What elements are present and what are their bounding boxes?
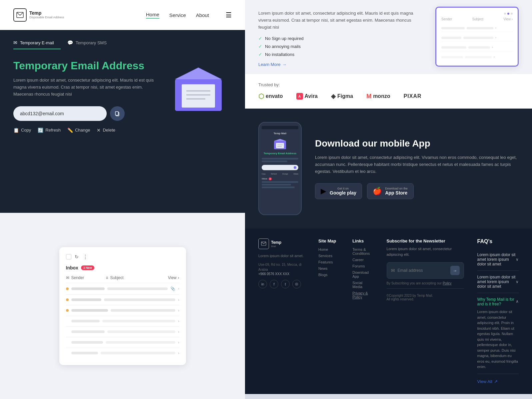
read-dot <box>66 330 69 333</box>
link-privacy[interactable]: Privacy & Policy <box>352 291 373 299</box>
link-forums[interactable]: Forums <box>352 264 373 268</box>
inbox-select-all[interactable] <box>66 254 71 259</box>
subject-bar <box>107 287 168 290</box>
table-row[interactable]: › <box>66 316 179 327</box>
table-row[interactable]: › <box>66 327 179 337</box>
phone-action-refresh: Refresh <box>271 173 277 175</box>
instagram-icon[interactable]: ◎ <box>292 280 301 288</box>
svg-rect-4 <box>182 84 215 108</box>
sitemap-services[interactable]: Services <box>318 254 339 258</box>
inbox-label: Inbox 3 New <box>66 265 94 270</box>
unread-dot <box>66 287 69 290</box>
phone-inbox-bar <box>262 187 295 188</box>
subject-bar <box>111 309 176 312</box>
sitemap-blogs[interactable]: Blogs <box>318 273 339 277</box>
google-play-name: Google play <box>330 190 356 196</box>
hamburger-icon[interactable]: ☰ <box>226 11 232 19</box>
trusted-logos: ⬡ envato A Avira ◈ Figma M monzo PIXAR <box>258 92 519 100</box>
tab-temporary-sms[interactable]: 💬 Temporary SMS <box>67 37 113 49</box>
email-sub-icon: ✉ <box>391 268 395 273</box>
sender-bar <box>71 352 98 354</box>
inbox-title: Inbox <box>66 265 78 270</box>
app-store-button[interactable]: 🍎 Download on the App Store <box>367 183 414 199</box>
learn-more-link[interactable]: Learn More → <box>258 62 422 67</box>
email-subscribe-input[interactable] <box>398 268 448 273</box>
nav-about[interactable]: About <box>196 12 209 18</box>
inbox-rows: 📎 › › › <box>66 283 179 358</box>
card-row-4[interactable]: › <box>441 53 513 61</box>
google-play-button[interactable]: ▶ Get it on Google play <box>315 183 362 199</box>
copy-circle-button[interactable] <box>110 106 125 121</box>
card-row-2[interactable]: › <box>441 34 513 42</box>
copy-icon: 📋 <box>13 128 19 133</box>
subject-bar <box>104 298 176 301</box>
read-dot <box>66 320 69 322</box>
inbox-header: Inbox 3 New <box>66 265 179 270</box>
phone-inbox-bar <box>262 184 291 186</box>
twitter-icon[interactable]: t <box>281 280 290 288</box>
link-social-media[interactable]: Social Media <box>352 281 373 289</box>
view-all-arrow-icon: ↗ <box>494 379 498 384</box>
faq-q-text-1: Lorem ipsum dolor sit amet lorem ipsum d… <box>477 252 516 266</box>
policy-link[interactable]: Policy <box>443 281 452 285</box>
facebook-icon[interactable]: f <box>270 280 278 288</box>
nav-service[interactable]: Service <box>169 12 186 18</box>
faq-item-3: Why Temp Mail is for and is it free? ∨ L… <box>477 293 519 374</box>
phone-action-change: Change <box>282 173 288 175</box>
refresh-button[interactable]: 🔄 Refresh <box>38 128 61 133</box>
table-row[interactable]: › <box>66 337 179 348</box>
table-row[interactable]: 📎 › <box>66 283 179 295</box>
email-subscribe-send[interactable]: → <box>450 266 460 275</box>
hero-text: Temporary Email Address Lorem ipsum dolo… <box>13 59 158 133</box>
faq-answer-3: Lorem ipsum dolor sit amet, consectetur … <box>477 309 519 370</box>
apple-icon: 🍎 <box>373 187 382 196</box>
footer-brand: Temp Mail Lorem ipsum dolor sit amet. Us… <box>258 238 305 288</box>
phone-mockup: Temp Mail Temporary Email Address <box>258 122 302 215</box>
sitemap-news[interactable]: News <box>318 266 339 270</box>
sitemap-features[interactable]: Features <box>318 260 339 264</box>
faq-question-1[interactable]: Lorem ipsum dolor sit amet lorem ipsum d… <box>477 252 519 266</box>
subject-bar <box>107 330 176 333</box>
change-button[interactable]: ✏️ Change <box>67 128 90 133</box>
sitemap-home[interactable]: Home <box>318 247 339 251</box>
linkedin-icon[interactable]: in <box>258 280 267 288</box>
feature-text-1: No Sign up required <box>265 36 304 41</box>
download-title: Download our mobile App <box>315 138 519 149</box>
hero-content: Temporary Email Address Lorem ipsum dolo… <box>13 59 232 133</box>
hero-title: Temporary Email Address <box>13 59 158 72</box>
table-row[interactable]: › <box>66 305 179 316</box>
links-title: Links <box>352 238 373 243</box>
sms-tab-icon: 💬 <box>67 40 73 45</box>
faq-question-2[interactable]: Lorem ipsum dolor sit amet lorem ipsum d… <box>477 275 519 289</box>
tab-temporary-email[interactable]: ✉ Temporary E-mail <box>13 37 61 49</box>
link-terms[interactable]: Terms & Conditions <box>352 247 373 255</box>
inbox-more-icon[interactable]: ⋮ <box>83 254 88 260</box>
phone-action-delete: Delete <box>294 173 298 175</box>
app-store-text: Download on the App Store <box>385 187 408 196</box>
link-download-app[interactable]: Download App <box>352 270 373 278</box>
card-bar <box>463 37 493 39</box>
card-view-label: View › <box>503 17 513 21</box>
app-store-name: App Store <box>385 190 408 196</box>
copy-button[interactable]: 📋 Copy <box>13 128 31 133</box>
link-career[interactable]: Career <box>352 258 373 262</box>
inbox-refresh-icon[interactable]: ↻ <box>75 254 79 259</box>
nav-home[interactable]: Home <box>146 12 159 19</box>
email-input[interactable] <box>13 106 107 121</box>
download-description: Lorem ipsum dolor sit amet, consectetur … <box>315 154 519 175</box>
refresh-icon: 🔄 <box>38 128 43 133</box>
table-row[interactable]: › <box>66 348 179 358</box>
slider-bar <box>441 13 513 15</box>
inbox-toolbar: ↻ ⋮ <box>66 254 179 260</box>
hero-section: ✉ Temporary E-mail 💬 Temporary SMS Tempo… <box>0 30 245 213</box>
table-row[interactable]: › <box>66 295 179 305</box>
card-bar <box>467 27 493 29</box>
view-all-link[interactable]: View All ↗ <box>477 379 519 384</box>
faq-question-3[interactable]: Why Temp Mail is for and is it free? ∨ <box>477 297 519 306</box>
card-row-1[interactable]: › <box>441 24 513 32</box>
delete-button[interactable]: ✕ Delete <box>97 128 115 133</box>
google-play-icon: ▶ <box>321 187 326 196</box>
card-row-3[interactable]: › <box>441 44 513 51</box>
logo-pixar: PIXAR <box>404 93 422 99</box>
slider-dot-2 <box>507 13 509 15</box>
